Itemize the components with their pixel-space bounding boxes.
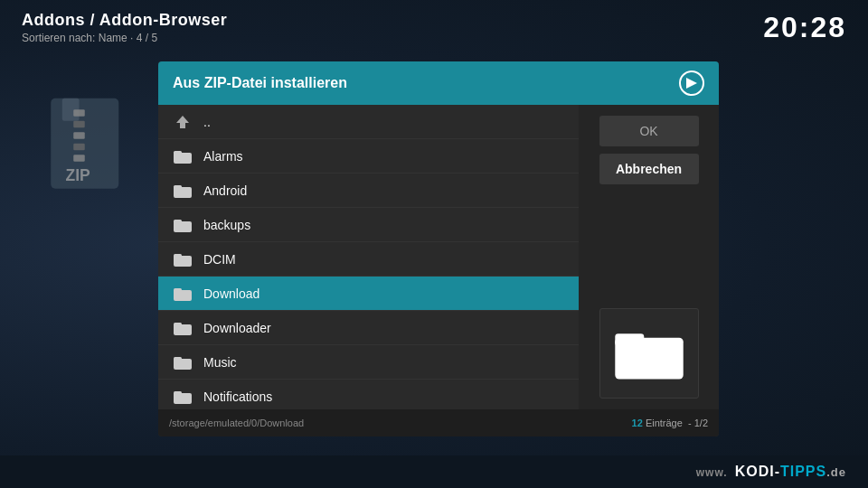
dialog-header: Aus ZIP-Datei installieren: [158, 61, 719, 105]
folder-icon: [173, 389, 193, 405]
zip-file-icon: ZIP: [45, 90, 136, 208]
clock: 20:28: [763, 11, 846, 44]
file-item[interactable]: Download: [158, 277, 579, 311]
page-title: Addons / Addon-Browser: [22, 11, 227, 30]
svg-rect-2: [73, 109, 85, 117]
file-list-scroll[interactable]: ..AlarmsAndroidbackupsDCIMDownloadDownlo…: [158, 105, 579, 409]
svg-rect-3: [73, 121, 85, 128]
file-item[interactable]: Alarms: [158, 139, 579, 174]
kodi-logo-icon: [679, 70, 704, 96]
entry-count: 12 Einträge - 1/2: [632, 418, 708, 428]
right-panel: OK Abbrechen: [579, 105, 719, 409]
folder-icon: [173, 148, 193, 164]
file-item[interactable]: Android: [158, 174, 579, 208]
file-item-label: Download: [203, 286, 259, 301]
current-path: /storage/emulated/0/Download: [169, 418, 304, 428]
file-item-label: Music: [203, 355, 237, 370]
preview-area: [599, 308, 699, 399]
folder-icon: [173, 354, 193, 371]
folder-preview-icon: [613, 324, 685, 383]
bottom-bar: www.KODI-TIPPS.de: [0, 455, 868, 488]
dialog-title: Aus ZIP-Datei installieren: [173, 75, 347, 91]
dialog-footer: /storage/emulated/0/Download 12 Einträge…: [158, 409, 719, 436]
svg-rect-18: [174, 254, 182, 258]
folder-icon: [173, 286, 193, 302]
file-item-label: backups: [203, 218, 250, 232]
file-item[interactable]: ..: [158, 105, 579, 139]
breadcrumb-area: Addons / Addon-Browser Sortieren nach: N…: [22, 11, 227, 44]
svg-rect-14: [174, 185, 182, 190]
folder-icon: [173, 183, 193, 199]
file-item[interactable]: Music: [158, 345, 579, 380]
top-bar: Addons / Addon-Browser Sortieren nach: N…: [0, 0, 868, 54]
zip-icon-area: ZIP: [45, 90, 154, 217]
file-item-label: DCIM: [203, 252, 236, 267]
svg-rect-4: [73, 132, 85, 139]
file-item-label: ..: [203, 115, 211, 129]
svg-rect-6: [73, 155, 85, 162]
sort-info: Sortieren nach: Name · 4 / 5: [22, 32, 227, 44]
file-item-label: Notifications: [203, 389, 272, 404]
folder-icon: [173, 320, 193, 336]
svg-rect-12: [174, 151, 182, 155]
file-item-label: Downloader: [203, 321, 271, 335]
ok-button[interactable]: OK: [599, 116, 699, 146]
svg-marker-9: [686, 78, 697, 89]
file-item[interactable]: backups: [158, 208, 579, 242]
svg-rect-22: [174, 323, 182, 327]
svg-rect-26: [174, 391, 182, 396]
svg-rect-24: [174, 357, 182, 361]
file-item[interactable]: DCIM: [158, 242, 579, 277]
file-item-label: Android: [203, 183, 247, 198]
dialog-body: ..AlarmsAndroidbackupsDCIMDownloadDownlo…: [158, 105, 719, 409]
install-dialog: Aus ZIP-Datei installieren ..AlarmsAndro…: [158, 61, 719, 436]
file-item[interactable]: Downloader: [158, 311, 579, 345]
folder-icon: [173, 114, 193, 130]
file-item[interactable]: Notifications: [158, 380, 579, 409]
folder-icon: [173, 217, 193, 233]
cancel-button[interactable]: Abbrechen: [599, 154, 699, 184]
folder-icon: [173, 251, 193, 267]
svg-rect-20: [174, 288, 182, 293]
svg-marker-10: [176, 116, 189, 128]
svg-rect-16: [174, 220, 182, 224]
kodi-branding: www.KODI-TIPPS.de: [696, 464, 846, 480]
file-list[interactable]: ..AlarmsAndroidbackupsDCIMDownloadDownlo…: [158, 105, 579, 409]
svg-text:ZIP: ZIP: [66, 166, 91, 184]
svg-rect-5: [73, 144, 85, 151]
svg-rect-30: [615, 333, 644, 346]
file-item-label: Alarms: [203, 149, 243, 164]
